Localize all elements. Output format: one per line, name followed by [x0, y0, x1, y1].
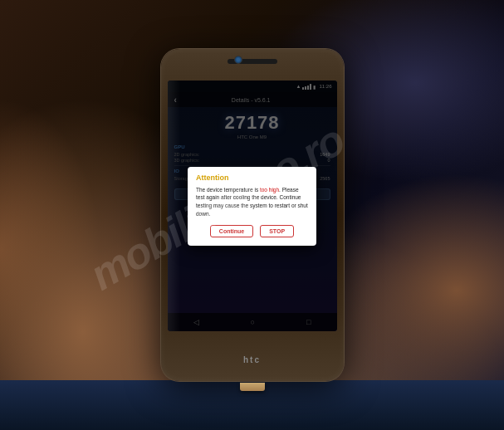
modal-text: The device temperature is too high. Plea… — [196, 186, 308, 218]
phone-bottom-area: htc — [243, 355, 261, 364]
modal-buttons: Continue STOP — [196, 225, 308, 237]
phone-camera — [234, 56, 242, 64]
modal-title: Attention — [196, 173, 308, 182]
phone-screen: ▲ ▮ 11:26 — [168, 81, 337, 331]
screen-background: ▲ ▮ 11:26 — [168, 81, 337, 331]
htc-logo: htc — [243, 355, 261, 364]
highlight-text: too high — [260, 187, 279, 193]
continue-button[interactable]: Continue — [210, 225, 253, 237]
stop-button[interactable]: STOP — [260, 225, 294, 237]
usb-port — [240, 383, 265, 391]
phone-device: ▲ ▮ 11:26 — [161, 49, 344, 381]
phone-body: ▲ ▮ 11:26 — [161, 49, 344, 381]
modal-text-content: The device temperature is too high. Plea… — [196, 187, 308, 217]
attention-modal: Attention The device temperature is too … — [188, 167, 316, 246]
modal-overlay: Attention The device temperature is too … — [168, 81, 337, 331]
